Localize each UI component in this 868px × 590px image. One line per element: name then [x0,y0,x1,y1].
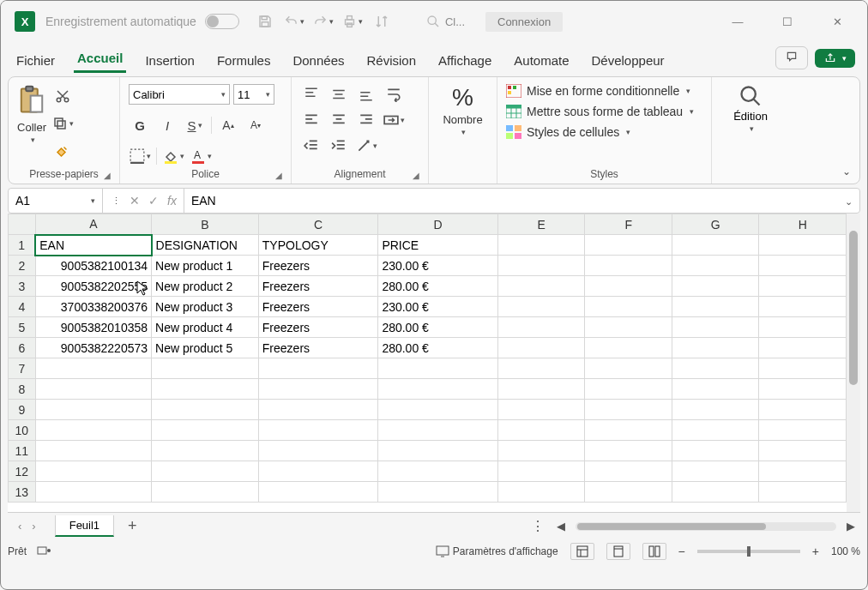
sort-icon[interactable] [371,14,392,29]
row-header[interactable]: 11 [9,441,36,461]
cell[interactable]: Freezers [258,338,378,358]
row-header[interactable]: 6 [9,338,36,358]
align-center-button[interactable] [328,110,350,130]
cell[interactable] [497,235,585,256]
cell[interactable]: Freezers [258,297,378,317]
wrap-text-button[interactable] [383,84,405,105]
row-header[interactable]: 2 [9,256,36,276]
cell[interactable]: Freezers [258,256,378,276]
cell[interactable] [585,379,672,400]
cell[interactable] [497,297,585,317]
cell[interactable] [585,420,672,441]
formula-input[interactable]: EAN [184,194,836,208]
cell[interactable] [35,461,151,482]
cell[interactable] [258,420,378,441]
collapse-ribbon-icon[interactable]: ⌄ [841,163,851,178]
cell[interactable] [378,400,498,420]
cell[interactable]: 230.00 € [378,256,498,276]
fill-color-button[interactable]: ▾ [162,146,184,166]
normal-view-button[interactable] [570,543,594,560]
undo-icon[interactable]: ▾ [284,14,304,29]
cell[interactable] [672,461,759,482]
zoom-slider[interactable] [697,550,800,553]
tab-fichier[interactable]: Fichier [13,53,58,73]
cell[interactable] [152,461,259,482]
cell[interactable] [378,482,498,503]
tab-developpeur[interactable]: Développeur [588,53,668,73]
cell[interactable] [35,400,151,420]
fx-icon[interactable]: fx [167,194,177,208]
font-name-select[interactable]: Calibri▾ [129,84,230,105]
clipboard-dialog-icon[interactable]: ◢ [104,171,111,180]
row-header[interactable]: 9 [9,400,36,420]
cell[interactable] [759,235,847,256]
format-as-table-button[interactable]: Mettre sous forme de tableau▾ [506,105,694,118]
printer-icon[interactable]: ▾ [342,14,363,29]
cell[interactable]: Freezers [258,317,378,338]
row-header[interactable]: 10 [9,420,36,441]
format-painter-icon[interactable] [51,141,74,161]
cell[interactable] [497,256,585,276]
bold-button[interactable]: G [129,115,151,135]
sheet-options-icon[interactable]: ⋮ [524,518,552,534]
row-header[interactable]: 4 [9,297,36,317]
cell[interactable]: New product 2 [152,276,259,297]
cell[interactable] [585,441,672,461]
copy-icon[interactable]: ▾ [51,113,74,134]
row-header[interactable]: 12 [9,461,36,482]
prev-sheet-button[interactable]: ‹ [18,520,21,533]
signin-button[interactable]: Connexion [485,12,563,32]
tab-formules[interactable]: Formules [214,53,274,73]
cell[interactable] [585,235,672,256]
row-header[interactable]: 7 [9,358,36,379]
font-color-button[interactable]: A▾ [190,146,212,166]
cell[interactable] [672,420,759,441]
cell[interactable] [585,461,672,482]
cell[interactable] [497,482,585,503]
cell[interactable] [585,297,672,317]
cell[interactable] [152,400,259,420]
cell[interactable] [378,358,498,379]
col-header-B[interactable]: B [152,214,259,235]
cell[interactable] [497,420,585,441]
font-dialog-icon[interactable]: ◢ [275,171,282,180]
save-icon[interactable] [255,14,275,29]
col-header-A[interactable]: A [35,214,151,235]
cell[interactable]: 3700338200376 [35,297,151,317]
cell[interactable]: TYPOLOGY [258,235,378,256]
cell[interactable] [497,276,585,297]
cell[interactable] [35,420,151,441]
cancel-icon[interactable]: ✕ [130,194,140,208]
paste-button[interactable]: Coller ▾ [17,84,46,161]
cell[interactable] [672,317,759,338]
tab-insertion[interactable]: Insertion [142,53,198,73]
page-layout-view-button[interactable] [606,543,630,560]
cell[interactable] [35,379,151,400]
cell[interactable] [497,338,585,358]
cell[interactable] [35,482,151,503]
cell[interactable] [152,379,259,400]
cell[interactable]: EAN [35,235,151,256]
number-format-button[interactable]: % Nombre ▾ [443,84,482,136]
align-middle-button[interactable] [328,84,350,105]
tab-affichage[interactable]: Affichage [435,53,495,73]
align-top-button[interactable] [300,84,322,105]
cell[interactable] [152,441,259,461]
cell[interactable] [258,482,378,503]
cell[interactable]: PRICE [378,235,498,256]
cell[interactable] [258,379,378,400]
share-button[interactable]: ▾ [815,49,855,68]
font-size-select[interactable]: 11▾ [233,84,274,105]
cell[interactable] [759,400,847,420]
cell[interactable] [759,317,847,338]
cell[interactable]: New product 1 [152,256,259,276]
name-box[interactable]: A1▾ [9,189,103,213]
cut-icon[interactable] [51,86,74,106]
cell[interactable] [258,400,378,420]
cell[interactable]: New product 5 [152,338,259,358]
cell[interactable] [497,441,585,461]
cell[interactable]: 9005382220573 [35,338,151,358]
search-button[interactable]: Cl... [426,15,465,28]
redo-icon[interactable]: ▾ [313,14,334,29]
cell[interactable] [672,441,759,461]
